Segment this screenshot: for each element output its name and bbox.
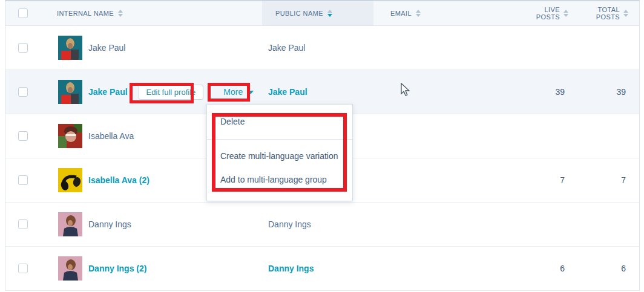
public-name-link[interactable]: Danny Ings [262,247,373,290]
total-posts-cell [579,114,639,158]
row-checkbox-cell [5,114,40,158]
column-label: TOTALPOSTS [596,6,620,21]
total-posts-cell: 39 [579,70,639,114]
total-posts-cell [579,26,639,70]
sort-icon [623,10,628,17]
row-checkbox-cell [5,158,40,202]
column-header-public-name[interactable]: PUBLIC NAME [262,1,373,25]
column-header-live-posts[interactable]: LIVEPOSTS [519,1,579,25]
public-name-cell: Jake Paul [262,26,373,70]
sort-desc-icon [327,10,332,17]
select-all-checkbox[interactable] [18,8,28,18]
email-cell [373,158,519,202]
live-posts-cell [519,203,579,246]
email-cell [373,26,519,70]
internal-name-cell: Jake Paul [40,26,262,70]
row-checkbox[interactable] [18,264,28,273]
email-cell [373,114,519,158]
internal-name-link[interactable]: Jake Paul [88,87,128,97]
row-checkbox-cell [5,247,40,290]
headphones-photo [58,168,82,192]
internal-name-cell: Danny Ings (2) [40,247,262,290]
annotation-box-menu-items [212,113,347,192]
live-posts-cell: 39 [519,70,579,114]
column-label: EMAIL [390,10,412,17]
internal-name-cell: Danny Ings [40,203,262,246]
internal-name-link[interactable]: Isabella Ava (2) [88,175,150,185]
column-header-total-posts[interactable]: TOTALPOSTS [579,1,639,25]
table-row: Danny Ings (2) Danny Ings 6 6 [5,247,639,291]
column-header-internal-name[interactable]: INTERNAL NAME [40,1,262,25]
danny-ings-photo [58,256,82,281]
sort-icon [416,10,421,17]
danny-ings-photo [58,212,82,236]
total-posts-cell [579,203,639,246]
live-posts-cell: 7 [519,158,579,202]
column-label: LIVEPOSTS [536,6,560,21]
internal-name-text: Danny Ings [88,219,131,229]
annotation-box-more-dropdown [208,83,250,102]
cursor-icon [399,83,412,97]
row-checkbox[interactable] [18,219,28,229]
authors-table-page: INTERNAL NAME PUBLIC NAME EMAIL LIVEPOST… [0,0,644,292]
total-posts-cell: 7 [579,158,639,202]
sort-icon [564,10,568,17]
live-posts-cell: 6 [519,247,579,290]
row-checkbox-cell [5,26,40,70]
live-posts-cell [519,26,579,70]
email-cell [373,247,519,290]
select-all-cell [5,1,40,25]
jake-paul-photo [58,36,82,60]
row-checkbox[interactable] [18,131,28,141]
isabella-ava-photo [58,124,82,148]
public-name-cell: Danny Ings [262,203,373,246]
sort-icon [118,10,123,17]
row-checkbox-cell [5,70,40,114]
jake-paul-photo [58,80,82,104]
annotation-box-edit-full-profile [130,83,194,103]
internal-name-text: Jake Paul [88,43,125,53]
total-posts-cell: 6 [579,247,639,290]
email-cell [373,203,519,246]
table-row: Danny Ings Danny Ings [5,203,639,247]
email-cell [373,70,519,114]
internal-name-link[interactable]: Danny Ings (2) [88,264,146,273]
table-header-row: INTERNAL NAME PUBLIC NAME EMAIL LIVEPOST… [5,1,639,26]
row-checkbox[interactable] [18,43,28,53]
row-checkbox[interactable] [18,175,28,185]
internal-name-text: Isabella Ava [88,131,134,141]
column-header-email[interactable]: EMAIL [373,1,519,25]
column-label: PUBLIC NAME [275,10,323,17]
row-checkbox[interactable] [18,87,28,97]
table-row: Jake Paul Jake Paul [5,26,639,70]
live-posts-cell [519,114,579,158]
row-checkbox-cell [5,203,40,246]
column-label: INTERNAL NAME [57,10,114,17]
